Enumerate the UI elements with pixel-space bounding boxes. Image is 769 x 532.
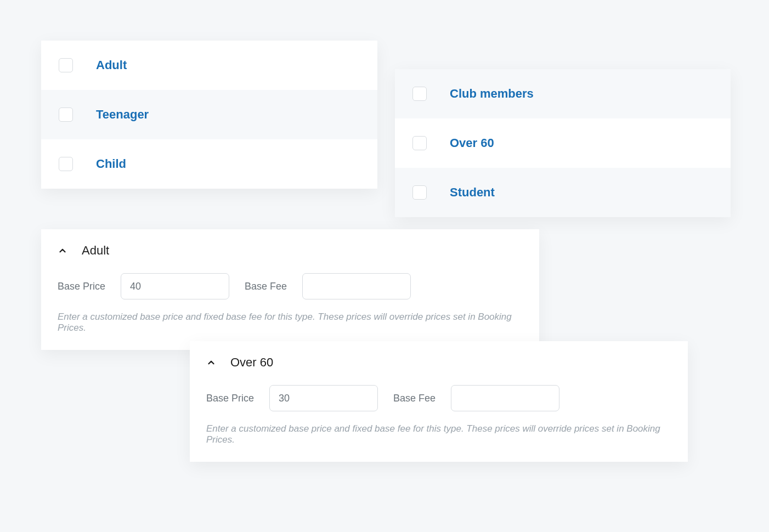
type-label[interactable]: Adult [96,58,127,72]
checkbox[interactable] [59,157,73,171]
type-label[interactable]: Child [96,157,126,171]
base-price-label: Base Price [58,281,105,292]
checkbox[interactable] [59,58,73,72]
base-price-input[interactable] [269,385,378,411]
type-row[interactable]: Student [395,168,731,217]
panel-header: Adult [58,244,523,258]
checkbox[interactable] [59,107,73,122]
fields-row: Base Price Base Fee [206,385,671,411]
chevron-up-icon[interactable] [206,358,216,367]
type-list-right: Club members Over 60 Student [395,69,731,217]
base-price-label: Base Price [206,393,254,404]
base-fee-input[interactable] [302,273,411,299]
type-label[interactable]: Over 60 [450,136,494,150]
checkbox[interactable] [412,185,427,200]
checkbox[interactable] [412,87,427,101]
panel-title: Over 60 [230,355,273,370]
price-panel-over60: Over 60 Base Price Base Fee Enter a cust… [190,341,688,462]
type-label[interactable]: Club members [450,87,534,101]
base-fee-input[interactable] [451,385,559,411]
type-row[interactable]: Teenager [41,90,377,139]
checkbox[interactable] [412,136,427,150]
type-row[interactable]: Over 60 [395,118,731,168]
helper-text: Enter a customized base price and fixed … [58,312,523,333]
type-label[interactable]: Student [450,185,495,200]
base-fee-label: Base Fee [245,281,287,292]
type-list-left: Adult Teenager Child [41,41,377,189]
chevron-up-icon[interactable] [58,246,67,256]
base-fee-label: Base Fee [393,393,436,404]
type-row[interactable]: Adult [41,41,377,90]
helper-text: Enter a customized base price and fixed … [206,423,671,445]
panel-header: Over 60 [206,355,671,370]
type-label[interactable]: Teenager [96,107,149,122]
type-row[interactable]: Child [41,139,377,189]
fields-row: Base Price Base Fee [58,273,523,299]
panel-title: Adult [82,244,109,258]
price-panel-adult: Adult Base Price Base Fee Enter a custom… [41,229,539,350]
type-row[interactable]: Club members [395,69,731,118]
base-price-input[interactable] [121,273,229,299]
